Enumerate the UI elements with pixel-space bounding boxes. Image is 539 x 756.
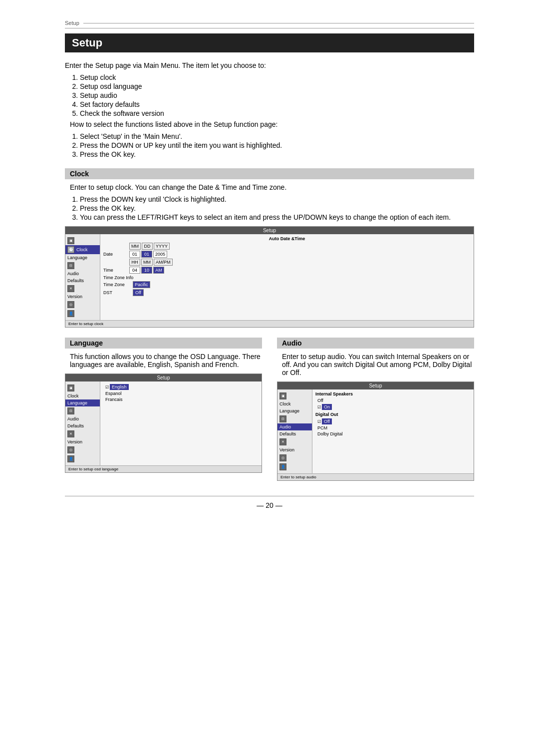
sidebar-item-audio: Audio bbox=[65, 270, 100, 277]
time-hh: 04 bbox=[129, 267, 140, 274]
dvd-icon: ⊟ bbox=[67, 262, 74, 269]
audio-sidebar-defaults: Defaults bbox=[277, 430, 312, 437]
x-icon: ✕ bbox=[67, 285, 74, 292]
audio-language-label: Language bbox=[279, 408, 299, 413]
sidebar-icon-person: 👤 bbox=[65, 309, 100, 318]
audio-dvd-icon: ⊟ bbox=[279, 415, 286, 422]
sidebar-item-version: Version bbox=[65, 293, 100, 300]
audio-sidebar-language: Language bbox=[277, 407, 312, 414]
list-item: Setup clock bbox=[80, 73, 474, 81]
time-row: Time 04 10 AM bbox=[103, 267, 471, 274]
how-to-list: Select 'Setup' in the 'Main Menu'. Press… bbox=[80, 132, 474, 158]
lang-clock-label: Clock bbox=[67, 393, 79, 398]
sidebar-item-language: Language bbox=[65, 254, 100, 261]
date-fields: 01 01 2005 bbox=[129, 251, 167, 258]
lang-audio-label: Audio bbox=[67, 416, 79, 421]
clock-step: Press the OK key. bbox=[80, 204, 474, 212]
date-row: Date 01 01 2005 bbox=[103, 251, 471, 258]
audio-sidebar-version: Version bbox=[277, 446, 312, 453]
language-header: Language bbox=[65, 338, 262, 349]
clock-steps: Press the DOWN key until 'Clock is highl… bbox=[80, 195, 474, 221]
audio-sidebar-icon-rec: ◎ bbox=[277, 453, 312, 462]
time-fields: 04 10 AM bbox=[129, 267, 164, 274]
lang-sidebar-icon-x: ✕ bbox=[65, 429, 100, 438]
lang-version-label: Version bbox=[67, 439, 82, 444]
page-number: — 20 — bbox=[65, 496, 474, 509]
how-to-item: Press the OK key. bbox=[80, 150, 474, 158]
audio-footer: Enter to setup audio bbox=[277, 473, 474, 480]
lang-sidebar-language: Language bbox=[65, 399, 100, 406]
dd-header: DD bbox=[142, 243, 153, 250]
tz-value: Pacific bbox=[133, 281, 150, 288]
digital-out-label: Digital Out bbox=[315, 412, 471, 417]
section-title-text: Setup bbox=[72, 36, 102, 49]
how-to-item: Select 'Setup' in the 'Main Menu'. bbox=[80, 132, 474, 140]
clock-screen-body: ▣ 🕐 Clock Language ⊟ Audio bbox=[65, 234, 474, 320]
sidebar-clock-label: Clock bbox=[76, 247, 88, 252]
lang-rec-icon: ◎ bbox=[67, 446, 74, 453]
clock-content: Auto Date &Time MM DD YYYY Date 01 bbox=[100, 234, 474, 320]
dst-label: DST bbox=[103, 290, 131, 295]
language-setup-screen: Setup ▣ Clock Language bbox=[65, 374, 262, 473]
digital-off-label: Off bbox=[322, 418, 332, 424]
clock-screen-title: Setup bbox=[65, 227, 474, 234]
audio-person-icon: 👤 bbox=[279, 463, 286, 470]
clock-header: Clock bbox=[65, 168, 474, 179]
dst-value: Off bbox=[133, 289, 144, 296]
audio-audio-label: Audio bbox=[279, 424, 291, 429]
sidebar-icon-tv: ▣ bbox=[65, 236, 100, 245]
date-mm: 01 bbox=[129, 251, 140, 258]
time-ampm: AM bbox=[153, 267, 164, 274]
sidebar-icon-dvd: ⊟ bbox=[65, 261, 100, 270]
sidebar-defaults-label: Defaults bbox=[67, 278, 84, 283]
tz-info-label: Time Zone Info bbox=[103, 275, 133, 280]
tz-label: Time Zone bbox=[103, 282, 131, 287]
how-to-label: How to select the functions listed above… bbox=[70, 120, 474, 128]
min-header: MM bbox=[141, 259, 153, 266]
clock-section: Clock Enter to setup clock. You can chan… bbox=[65, 168, 474, 328]
clock-setup-screen: Setup ▣ 🕐 Clock Language ⊟ bbox=[65, 226, 474, 328]
section-title: Setup bbox=[65, 33, 474, 52]
digital-dolby-label: Dolby Digital bbox=[317, 431, 343, 436]
lang-tv-icon: ▣ bbox=[67, 384, 74, 391]
list-item: Set factory defaults bbox=[80, 100, 474, 108]
audio-sidebar: ▣ Clock Language ⊟ Audio bbox=[277, 389, 312, 473]
lang-espanol-row: Espanol bbox=[103, 390, 259, 396]
lang-dvd-icon: ⊟ bbox=[67, 407, 74, 414]
intro-text: Enter the Setup page via Main Menu. The … bbox=[65, 61, 474, 69]
audio-sidebar-icon-tv: ▣ bbox=[277, 391, 312, 400]
list-item: Check the software version bbox=[80, 109, 474, 117]
sidebar-audio-label: Audio bbox=[67, 271, 79, 276]
sidebar-item-defaults: Defaults bbox=[65, 277, 100, 284]
date-dd: 01 bbox=[141, 251, 152, 258]
audio-header: Audio bbox=[277, 338, 474, 349]
time-headers-row: HH MM AM/PM bbox=[103, 259, 471, 266]
sidebar-icon-rec: ◎ bbox=[65, 300, 100, 309]
audio-description: Enter to setup audio. You can switch Int… bbox=[282, 353, 474, 377]
date-headers-row: MM DD YYYY bbox=[103, 243, 471, 250]
internal-on-option: ☑ On bbox=[315, 403, 471, 410]
audio-setup-screen: Setup ▣ Clock Language bbox=[277, 381, 474, 481]
clock-description: Enter to setup clock. You can change the… bbox=[70, 183, 474, 191]
sidebar-version-label: Version bbox=[67, 294, 82, 299]
audio-tv-icon: ▣ bbox=[279, 392, 286, 399]
lang-sidebar-icon-rec: ◎ bbox=[65, 445, 100, 454]
language-footer: Enter to setup osd language bbox=[65, 465, 262, 472]
rec-icon: ◎ bbox=[67, 301, 74, 308]
audio-sidebar-icon-dvd: ⊟ bbox=[277, 414, 312, 423]
time-label: Time bbox=[103, 268, 127, 273]
how-to-item: Press the DOWN or UP key until the item … bbox=[80, 141, 474, 149]
lang-checkbox-row: ☑ English bbox=[103, 383, 259, 390]
language-description: This function allows you to change the O… bbox=[70, 353, 262, 369]
audio-x-icon: ✕ bbox=[279, 438, 286, 445]
language-sidebar: ▣ Clock Language ⊟ Audio bbox=[65, 381, 100, 465]
lang-x-icon: ✕ bbox=[67, 430, 74, 437]
digital-pcm-option: PCM bbox=[315, 425, 471, 431]
language-column: Language This function allows you to cha… bbox=[65, 338, 262, 481]
date-headers: MM DD YYYY bbox=[129, 243, 170, 250]
lang-sidebar-icon-person: 👤 bbox=[65, 454, 100, 463]
lang-francais-row: Francais bbox=[103, 396, 259, 402]
lang-sidebar-icon-dvd: ⊟ bbox=[65, 406, 100, 415]
dst-row: DST Off bbox=[103, 289, 471, 296]
language-screen-title: Setup bbox=[65, 374, 262, 381]
